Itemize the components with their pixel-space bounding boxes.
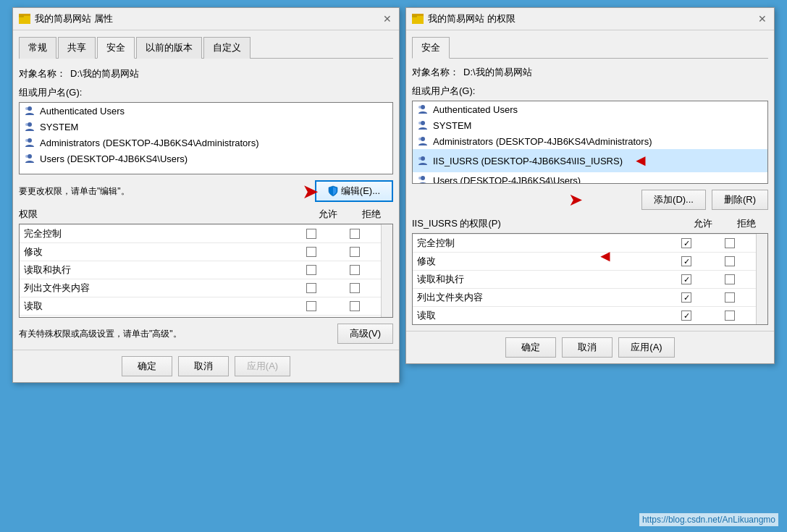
checkbox-deny-1[interactable]: [350, 247, 360, 257]
apply-button-2[interactable]: 应用(A): [618, 337, 674, 358]
close-button-1[interactable]: ✕: [382, 13, 393, 25]
perm2-name-1: 修改: [417, 255, 665, 268]
checkbox-deny-4[interactable]: [350, 301, 360, 311]
users-list-1[interactable]: Authenticated Users SYSTEM Administrator…: [19, 102, 393, 174]
cancel-button-2[interactable]: 取消: [562, 337, 613, 358]
list-item-2[interactable]: Administrators (DESKTOP-4JB6KS4\Administ…: [20, 135, 392, 151]
svg-point-5: [25, 123, 28, 126]
watermark: https://blog.csdn.net/AnLikuangmo: [639, 513, 778, 526]
checkbox2-deny-3[interactable]: [725, 292, 735, 303]
close-button-2[interactable]: ✕: [757, 13, 768, 25]
scrollbar-1[interactable]: [381, 224, 392, 317]
users-list-2[interactable]: Authenticated Users SYSTEM Administrator…: [412, 101, 768, 184]
apply-label-1: 应用(A): [247, 360, 278, 373]
checkbox2-allow-1[interactable]: [681, 256, 691, 266]
perms-list-1[interactable]: 完全控制 修改 读取和执行 列出文件夹内容: [19, 224, 393, 318]
svg-rect-1: [19, 15, 24, 17]
footer-1: 确定 取消 应用(A): [13, 350, 399, 382]
perm-name-2: 读取和执行: [24, 263, 290, 276]
checkbox-deny-3[interactable]: [350, 283, 360, 293]
perm2-allow-3: [665, 292, 708, 303]
perms-allow-header-2: 允许: [681, 217, 725, 230]
checkbox-allow-2[interactable]: [306, 265, 316, 275]
perm-allow-1: [290, 247, 333, 257]
advanced-info: 有关特殊权限或高级设置，请单击"高级"。: [19, 328, 182, 340]
ok-button-1[interactable]: 确定: [122, 356, 172, 376]
remove-button[interactable]: 删除(R): [712, 190, 768, 210]
checkbox2-deny-2[interactable]: [725, 274, 735, 284]
tab-share[interactable]: 共享: [58, 37, 96, 59]
checkbox-allow-4[interactable]: [306, 301, 316, 311]
list-item2-0[interactable]: Authenticated Users: [413, 101, 767, 117]
properties-window: 我的简易网站 属性 ✕ 常规 共享 安全 以前的版本 自定义 对象名称： D:\…: [12, 7, 400, 383]
checkbox2-allow-3[interactable]: [681, 292, 691, 303]
perms-header-row-2: IIS_IUSRS 的权限(P) 允许 拒绝: [412, 217, 768, 230]
title-bar-2: 我的简易网站 的权限 ✕: [406, 8, 774, 30]
list-item2-3[interactable]: IIS_IUSRS (DESKTOP-4JB6KS4\IIS_IUSRS) ◄: [413, 149, 767, 172]
checkbox-allow-1[interactable]: [306, 247, 316, 257]
user-name-3: Users (DESKTOP-4JB6KS4\Users): [40, 153, 188, 164]
object-name-row-1: 对象名称： D:\我的简易网站: [19, 67, 393, 80]
advanced-button[interactable]: 高级(V): [337, 324, 393, 344]
checkbox-allow-0[interactable]: [306, 229, 316, 239]
user-name-2: Administrators (DESKTOP-4JB6KS4\Administ…: [40, 138, 258, 148]
edit-button[interactable]: 编辑(E)...: [315, 180, 393, 202]
list-item2-1[interactable]: SYSTEM: [413, 117, 767, 133]
perms-allow-header-1: 允许: [306, 208, 350, 221]
perm2-name-2: 读取和执行: [417, 273, 665, 286]
perm2-row-2: 读取和执行: [413, 270, 756, 288]
title-text-2: 我的简易网站 的权限: [428, 12, 752, 25]
perms-inner-1: 完全控制 修改 读取和执行 列出文件夹内容: [20, 224, 381, 317]
user-icon-1: [24, 121, 35, 132]
cancel-label-1: 取消: [194, 360, 213, 373]
user-name-0: Authenticated Users: [40, 106, 125, 117]
list-item-3[interactable]: Users (DESKTOP-4JB6KS4\Users): [20, 151, 392, 166]
scrollbar-2[interactable]: [756, 234, 767, 324]
user-icon-2: [24, 137, 35, 148]
perm-deny-3: [333, 283, 376, 293]
user-icon2-1: [417, 119, 429, 131]
checkbox2-deny-0[interactable]: [725, 238, 735, 248]
object-value-1: D:\我的简易网站: [70, 67, 139, 80]
svg-point-3: [25, 107, 28, 110]
perm-allow-2: [290, 265, 333, 275]
user2-name-0: Authenticated Users: [433, 104, 518, 115]
apply-button-1[interactable]: 应用(A): [235, 356, 290, 376]
checkbox2-deny-4[interactable]: [725, 311, 735, 321]
object-label-2: 对象名称：: [412, 66, 459, 79]
permissions-window: 我的简易网站 的权限 ✕ 安全 对象名称： D:\我的简易网站 组或用户名(G)…: [405, 7, 775, 364]
tab-security[interactable]: 安全: [97, 37, 135, 59]
edit-row: 要更改权限，请单击"编辑"。 ➤ 编辑(E)...: [19, 180, 393, 202]
perms-list-2[interactable]: ◄ 完全控制 修改 读取和执行 列出文件夹内容: [412, 233, 768, 325]
perm2-deny-0: [708, 238, 752, 248]
checkbox2-deny-1[interactable]: [725, 256, 735, 266]
list-item-0[interactable]: Authenticated Users: [20, 103, 392, 119]
svg-point-21: [418, 177, 421, 180]
cancel-button-1[interactable]: 取消: [178, 356, 229, 376]
ok-button-2[interactable]: 确定: [505, 337, 556, 358]
checkbox2-allow-2[interactable]: [681, 274, 691, 284]
list-item2-4[interactable]: Users (DESKTOP-4JB6KS4\Users): [413, 172, 767, 184]
list-item-1[interactable]: SYSTEM: [20, 119, 392, 135]
list-item2-2[interactable]: Administrators (DESKTOP-4JB6KS4\Administ…: [413, 133, 767, 149]
edit-btn-label: 编辑(E)...: [341, 185, 380, 198]
perm-deny-4: [333, 301, 376, 311]
checkbox2-allow-0[interactable]: [681, 238, 691, 248]
add-button[interactable]: 添加(D)...: [641, 190, 706, 210]
checkbox-deny-0[interactable]: [350, 229, 360, 239]
perms-header-row: 权限 允许 拒绝: [19, 208, 393, 221]
tab-bar-1: 常规 共享 安全 以前的版本 自定义: [19, 36, 393, 59]
tab-custom[interactable]: 自定义: [203, 37, 251, 59]
checkbox-deny-2[interactable]: [350, 265, 360, 275]
perm-row-0: 完全控制: [20, 224, 381, 242]
tab-general[interactable]: 常规: [19, 37, 56, 59]
perm2-name-3: 列出文件夹内容: [417, 291, 665, 304]
tab-previous[interactable]: 以前的版本: [136, 37, 202, 59]
checkbox2-allow-4[interactable]: [681, 311, 691, 321]
checkbox-allow-3[interactable]: [306, 283, 316, 293]
perm2-row-1: 修改: [413, 252, 756, 270]
perm2-allow-0: [665, 238, 708, 248]
perm-row-4: 读取: [20, 297, 381, 315]
tab-security-2[interactable]: 安全: [412, 37, 450, 59]
perm-deny-1: [333, 247, 376, 257]
